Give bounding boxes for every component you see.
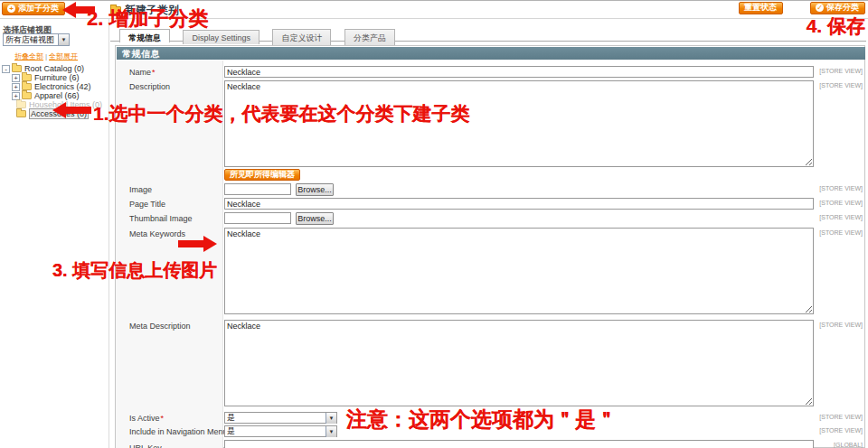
store-view-value: 所有店铺视图 (4, 34, 58, 46)
page-title-label: Page Title (129, 200, 165, 209)
folder-icon (22, 83, 32, 90)
annotation-arrow-category (52, 102, 92, 118)
red-arrow-right-icon (203, 236, 217, 252)
dropdown-arrow-icon: ▼ (58, 34, 69, 45)
add-subcategory-label: 添加子分类 (18, 3, 59, 14)
scope-label: [STORE VIEW] (819, 185, 863, 191)
expand-icon[interactable]: + (12, 74, 20, 82)
tree-item-label: Apparel (66) (34, 91, 80, 100)
include-nav-value: 是 (225, 425, 326, 437)
store-view-select[interactable]: 所有店铺视图 ▼ (3, 33, 70, 46)
required-asterisk: * (152, 68, 156, 77)
sidebar-divider (108, 19, 109, 448)
link-separator: | (45, 52, 47, 61)
red-arrow-left-icon (62, 2, 76, 18)
scope-label: [STORE VIEW] (819, 427, 863, 434)
wysiwyg-editor-button[interactable]: 所见即所得编辑器 (224, 169, 300, 181)
red-arrow-tail (65, 107, 91, 114)
dropdown-arrow-icon: ▼ (326, 426, 336, 437)
tree-item-label: Furniture (6) (34, 73, 80, 82)
save-category-button[interactable]: ✓ 保存分类 (810, 2, 865, 14)
thumbnail-image-label: Thumbnail Image (129, 214, 193, 223)
is-active-label: Is Active* (129, 414, 164, 423)
tree-item-apparel[interactable]: + Apparel (66) (12, 91, 80, 100)
annotation-arrow-meta (177, 236, 217, 252)
page-title-input[interactable] (224, 198, 814, 210)
url-key-input[interactable] (224, 440, 814, 448)
required-asterisk: * (161, 414, 165, 423)
scope-label: [STORE VIEW] (819, 68, 863, 74)
folder-icon (22, 74, 32, 81)
is-active-value: 是 (225, 412, 326, 424)
scope-label: [STORE VIEW] (819, 200, 863, 206)
annotation-step1: 1.选中一个分类，代表要在这个分类下建子类 (93, 101, 470, 126)
scope-label: [STORE VIEW] (819, 414, 863, 420)
url-key-label: URL Key (129, 443, 162, 448)
tab-custom-design[interactable]: 自定义设计 (272, 29, 331, 46)
save-button-label: 保存分类 (826, 2, 859, 14)
tab-bar: 常规信息 Display Settings 自定义设计 分类产品 (110, 28, 866, 42)
meta-description-label: Meta Description (129, 322, 191, 331)
tree-item-root-catalog[interactable]: - Root Catalog (0) (2, 64, 84, 73)
save-disk-icon: ✓ (816, 4, 824, 12)
folder-icon (16, 101, 26, 108)
annotation-step4: 4. 保存 (807, 14, 865, 39)
scope-label: [STORE VIEW] (819, 322, 863, 328)
reset-button[interactable]: 重置状态 (739, 2, 783, 14)
expand-icon[interactable]: + (12, 83, 20, 91)
folder-icon (16, 110, 26, 117)
dropdown-arrow-icon: ▼ (326, 413, 336, 424)
include-nav-select[interactable]: 是 ▼ (224, 425, 337, 437)
folder-icon (22, 92, 32, 99)
description-label: Description (129, 82, 171, 91)
meta-description-textarea[interactable]: Necklace (224, 320, 814, 406)
scope-label: [STORE VIEW] (819, 82, 863, 89)
annotation-step3: 3. 填写信息上传图片 (52, 258, 217, 283)
scope-label: [GLOBAL] (834, 442, 863, 448)
tree-item-label: Root Catalog (0) (24, 64, 84, 73)
expand-all-link[interactable]: 全部展开 (49, 52, 78, 61)
red-arrow-left-icon (52, 102, 66, 118)
name-label: Name* (129, 68, 156, 77)
folder-icon (12, 65, 22, 72)
image-browse-button[interactable]: Browse... (296, 183, 334, 196)
scope-label: [STORE VIEW] (819, 229, 863, 236)
section-header: 常规信息 (117, 47, 865, 60)
meta-keywords-textarea[interactable]: Necklace (224, 228, 814, 314)
category-sidebar: 选择店铺视图 所有店铺视图 ▼ 折叠全部|全部展开 - Root Catalog… (0, 19, 108, 448)
annotation-note: 注意：这两个选项都为＂是＂ (346, 406, 617, 434)
window-top-border (0, 0, 868, 1)
red-arrow-tail (178, 240, 204, 247)
tree-links: 折叠全部|全部展开 (14, 51, 78, 61)
collapse-icon[interactable]: - (2, 65, 10, 73)
add-subcategory-button[interactable]: + 添加子分类 (2, 2, 65, 15)
name-input[interactable] (224, 66, 814, 78)
plus-circle-icon: + (7, 5, 15, 13)
collapse-all-link[interactable]: 折叠全部 (14, 52, 43, 61)
thumbnail-file-input[interactable] (224, 212, 291, 224)
annotation-step2: 2. 增加子分类 (87, 5, 208, 33)
reset-button-label: 重置状态 (744, 2, 777, 14)
scope-label: [STORE VIEW] (819, 214, 863, 220)
wysiwyg-button-label: 所见即所得编辑器 (230, 169, 295, 181)
image-label: Image (129, 185, 152, 194)
image-file-input[interactable] (224, 183, 291, 195)
include-nav-label: Include in Navigation Menu* (129, 427, 231, 436)
tab-category-products[interactable]: 分类产品 (344, 29, 395, 46)
thumbnail-browse-button[interactable]: Browse... (296, 212, 334, 225)
is-active-select[interactable]: 是 ▼ (224, 412, 337, 424)
tree-item-label: Electronics (42) (34, 82, 91, 91)
